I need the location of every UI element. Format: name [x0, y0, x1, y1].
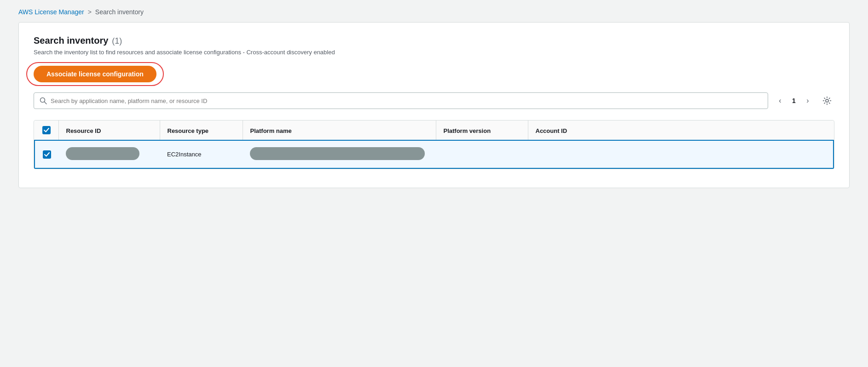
- action-button-row: Associate license configuration: [34, 66, 156, 82]
- breadcrumb-link[interactable]: AWS License Manager: [18, 8, 84, 16]
- search-icon: [40, 97, 47, 104]
- pagination-current-page: 1: [789, 97, 799, 104]
- row-resource-type: EC2Instance: [160, 140, 243, 168]
- platform-name-redacted: [250, 147, 425, 160]
- th-platform-version: Platform version: [436, 120, 528, 140]
- page-count: (1): [112, 36, 122, 46]
- inventory-table-container: Resource ID Resource type Platform name …: [34, 120, 834, 169]
- main-panel: Search inventory (1) Search the inventor…: [18, 22, 850, 188]
- row-platform-name: [243, 140, 436, 168]
- breadcrumb-current: Search inventory: [95, 8, 144, 16]
- table-row[interactable]: EC2Instance: [35, 140, 833, 168]
- resource-id-redacted: [66, 147, 139, 160]
- select-all-checkbox[interactable]: [42, 126, 51, 134]
- chevron-left-icon: ‹: [779, 97, 781, 105]
- search-input[interactable]: [51, 97, 762, 104]
- svg-line-1: [45, 102, 47, 104]
- checkmark-icon: [44, 128, 49, 132]
- pagination-next-button[interactable]: ›: [801, 94, 814, 107]
- associate-license-button[interactable]: Associate license configuration: [34, 66, 156, 82]
- gear-icon: [822, 96, 832, 105]
- pagination-controls: ‹ 1 ›: [774, 94, 814, 107]
- search-row: ‹ 1 ›: [34, 92, 834, 109]
- row-resource-id: [58, 140, 160, 168]
- breadcrumb-separator: >: [88, 8, 92, 16]
- th-platform-name: Platform name: [243, 120, 436, 140]
- th-resource-id: Resource ID: [58, 120, 160, 140]
- search-input-wrapper: [34, 92, 768, 109]
- row-checkbox[interactable]: [43, 150, 51, 159]
- svg-point-2: [826, 99, 828, 102]
- inventory-table: Resource ID Resource type Platform name …: [34, 120, 834, 169]
- page-description: Search the inventory list to find resour…: [34, 49, 834, 56]
- th-resource-type: Resource type: [160, 120, 243, 140]
- row-checkbox-cell[interactable]: [35, 140, 58, 168]
- pagination-prev-button[interactable]: ‹: [774, 94, 787, 107]
- breadcrumb: AWS License Manager > Search inventory: [0, 0, 868, 22]
- page-title: Search inventory: [34, 35, 108, 46]
- chevron-right-icon: ›: [806, 97, 809, 105]
- page-header: Search inventory (1): [34, 35, 834, 46]
- row-account-id: [528, 140, 833, 168]
- table-settings-button[interactable]: [820, 93, 834, 108]
- th-account-id: Account ID: [528, 120, 833, 140]
- row-platform-version: [436, 140, 528, 168]
- table-header-row: Resource ID Resource type Platform name …: [35, 120, 833, 140]
- th-checkbox[interactable]: [35, 120, 58, 140]
- checkmark-icon: [44, 152, 50, 157]
